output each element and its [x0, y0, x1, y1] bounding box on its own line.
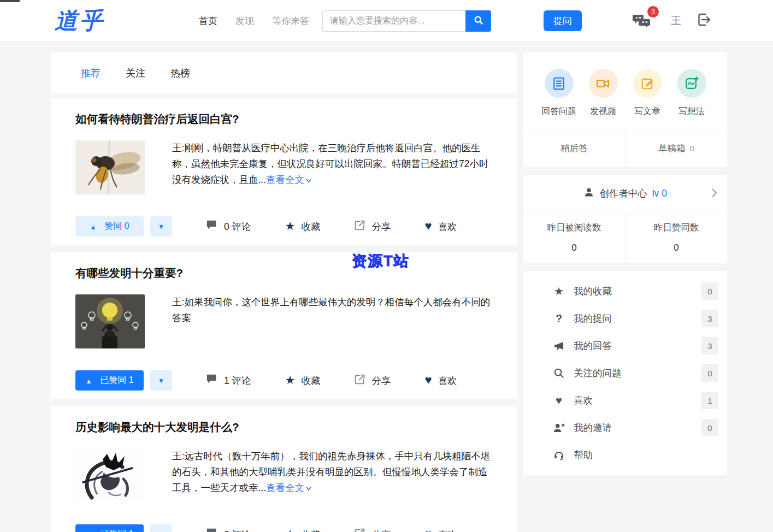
post-thumbnail-ink-warrior[interactable] [75, 448, 145, 503]
menu-label: 帮助 [574, 448, 593, 462]
downvote-button[interactable] [150, 216, 172, 237]
like-button[interactable]: 喜欢 [424, 220, 457, 233]
post-excerpt: 王:刚刚，特朗普从医疗中心出院，在三晚治疗后他将返回白宫。他的医生称，虽然他未完… [172, 140, 492, 194]
menu-item-followed-questions[interactable]: 关注的问题 0 [523, 359, 727, 387]
draft-box-button[interactable]: 草稿箱 0 [625, 129, 727, 167]
read-more-link[interactable]: 查看全文 [266, 174, 312, 185]
search-input[interactable] [322, 10, 465, 32]
post-title[interactable]: 如何看待特朗普治疗后返回白宫? [75, 111, 492, 127]
share-button[interactable]: 分享 [354, 374, 391, 388]
read-more-link[interactable]: 查看全文 [266, 482, 312, 493]
star-icon [285, 374, 296, 387]
creator-center-card: 创作者中心 lv 0 昨日被阅读数 0 昨日赞同数 0 [523, 175, 727, 263]
menu-item-my-collections[interactable]: 我的收藏 0 [523, 277, 727, 305]
collect-button[interactable]: 收藏 [285, 374, 321, 387]
share-label: 分享 [371, 220, 391, 233]
search-button[interactable] [465, 10, 491, 32]
heart-icon [424, 528, 432, 532]
ask-question-button[interactable]: 提问 [544, 10, 582, 31]
messages-button[interactable]: 3 [633, 13, 651, 29]
heart-icon [424, 220, 432, 233]
create-action-label: 发视频 [584, 106, 622, 117]
username-link[interactable]: 王 [671, 14, 681, 28]
tab-following[interactable]: 关注 [126, 67, 145, 80]
logout-button[interactable] [697, 12, 712, 29]
tab-recommended[interactable]: 推荐 [81, 67, 101, 80]
like-button[interactable]: 喜欢 [424, 528, 457, 532]
tab-hot-list[interactable]: 热榜 [170, 67, 190, 80]
post-title[interactable]: 有哪些发明十分重要? [75, 265, 492, 281]
draft-count: 0 [690, 144, 694, 153]
write-article-action[interactable]: 写文章 [628, 69, 666, 117]
collect-button[interactable]: 收藏 [285, 528, 321, 532]
menu-item-my-questions[interactable]: 我的提问 3 [523, 305, 727, 332]
creator-stats-row: 昨日被阅读数 0 昨日赞同数 0 [523, 212, 727, 263]
post-video-action[interactable]: 发视频 [584, 69, 622, 117]
question-icon [552, 312, 565, 325]
comments-button[interactable]: 2 评论 [206, 528, 251, 532]
nav-item-waiting-answers[interactable]: 等你来答 [272, 15, 309, 27]
upvote-button[interactable]: 已赞同 1 [75, 370, 144, 391]
creator-center-label: 创作者中心 [599, 187, 647, 200]
collect-button[interactable]: 收藏 [285, 220, 321, 233]
draft-box-label: 草稿箱 [658, 143, 686, 155]
invite-person-add-icon [552, 423, 565, 433]
nav-item-home[interactable]: 首页 [199, 15, 217, 27]
answer-question-action[interactable]: 回答问题 [540, 69, 578, 117]
share-icon [354, 374, 365, 388]
share-button[interactable]: 分享 [354, 528, 391, 532]
post-body: 王:刚刚，特朗普从医疗中心出院，在三晚治疗后他将返回白宫。他的医生称，虽然他未完… [75, 140, 492, 194]
help-headset-icon [552, 450, 565, 460]
post-excerpt: 王:如果我问你，这个世界上有哪些最伟大的发明？相信每个人都会有不同的答案 [172, 294, 492, 348]
write-idea-action[interactable]: 写想法 [672, 69, 711, 117]
menu-item-likes[interactable]: 喜欢 1 [523, 387, 727, 414]
message-bubbles-icon [633, 21, 651, 31]
downvote-button[interactable] [150, 524, 172, 532]
heart-icon [552, 394, 565, 407]
post-action-bar: 赞同 0 0 评论 收藏 [75, 216, 492, 237]
downvote-button[interactable] [150, 370, 172, 391]
post-body: 王:如果我问你，这个世界上有哪些最伟大的发明？相信每个人都会有不同的答案 [75, 294, 492, 348]
post-body: 王:远古时代（数十万年前），我们的祖先赤身裸体，手中只有几块粗陋不堪的石头，和其… [75, 448, 492, 503]
share-label: 分享 [371, 528, 391, 532]
menu-label: 喜欢 [574, 394, 593, 407]
like-label: 喜欢 [438, 374, 457, 387]
share-icon [354, 220, 365, 234]
screen-corner-artifact [0, 0, 20, 2]
feed-tabs: 推荐 关注 热榜 [51, 52, 517, 93]
menu-item-my-invitations[interactable]: 我的邀请 0 [523, 414, 727, 441]
comments-button[interactable]: 1 评论 [206, 374, 251, 387]
upvote-button[interactable]: 赞同 0 [75, 216, 144, 237]
post-title[interactable]: 历史影响最大的十大发明是什么? [75, 419, 492, 435]
menu-count-badge: 0 [701, 419, 718, 436]
post-thumbnail-fly-specimen[interactable] [75, 140, 145, 194]
creator-level: lv 0 [652, 188, 667, 199]
stat-label: 昨日被阅读数 [523, 222, 625, 234]
create-action-label: 回答问题 [540, 106, 578, 117]
post-action-bar: 已赞同 1 1 评论 收藏 [75, 370, 492, 391]
upvote-triangle-icon [85, 530, 92, 532]
watermark-text: 资源T站 [352, 251, 410, 271]
menu-label: 我的提问 [574, 312, 612, 325]
answer-later-label: 稍后答 [560, 143, 588, 155]
upvote-button[interactable]: 已赞同 1 [75, 524, 144, 532]
site-logo[interactable]: 道乎 [55, 9, 105, 32]
document-icon [545, 69, 574, 98]
creator-center-link[interactable]: 创作者中心 lv 0 [523, 175, 727, 212]
menu-item-my-answers[interactable]: 我的回答 3 [523, 332, 727, 359]
share-button[interactable]: 分享 [354, 220, 391, 234]
nav-item-discover[interactable]: 发现 [235, 15, 254, 27]
like-button[interactable]: 喜欢 [424, 374, 457, 387]
answer-later-button[interactable]: 稍后答 [523, 129, 625, 167]
write-article-icon [633, 69, 662, 98]
drafts-row: 稍后答 草稿箱 0 [523, 129, 727, 167]
menu-item-help[interactable]: 帮助 [523, 441, 727, 469]
upvote-label: 赞同 0 [104, 221, 129, 232]
menu-label: 我的邀请 [574, 421, 612, 434]
comments-button[interactable]: 0 评论 [206, 220, 251, 233]
stat-value: 0 [626, 243, 727, 253]
post-thumbnail-lightbulb-idea[interactable] [75, 294, 145, 348]
post-action-bar: 已赞同 1 2 评论 收藏 [75, 524, 492, 532]
search-icon [473, 15, 484, 27]
stat-label: 昨日赞同数 [626, 222, 727, 234]
